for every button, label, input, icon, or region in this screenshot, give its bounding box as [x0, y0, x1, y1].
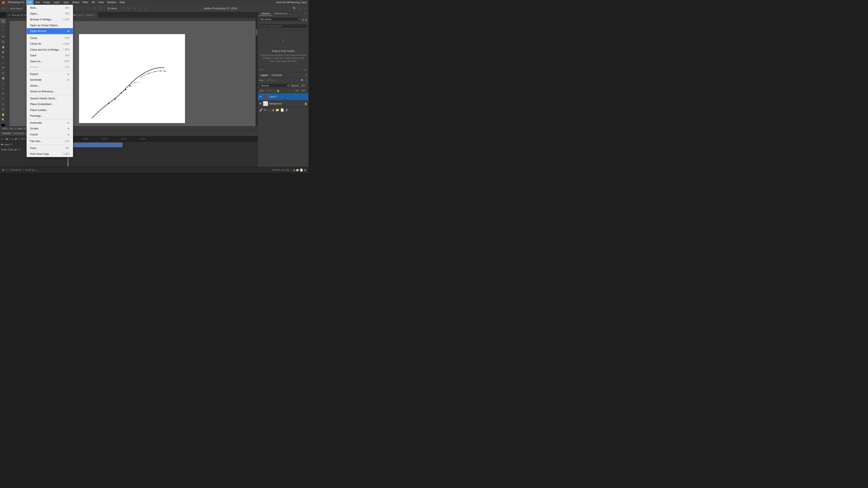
3d-btn-5[interactable]: ⬛ [143, 6, 149, 10]
tl-play-btn[interactable]: ▶ [6, 137, 8, 140]
tool-type[interactable]: T [1, 97, 6, 101]
menu-close-bridge[interactable]: Close and Go to Bridge... ⇧⌘W [27, 47, 73, 53]
3d-btn-3[interactable]: ⬛ [131, 6, 137, 10]
layer2-track-expand[interactable]: ▶ [1, 143, 3, 146]
layer-row-layer2[interactable]: 👁 Layer 2 [258, 93, 309, 100]
filter-type[interactable]: T [269, 79, 270, 82]
layer-delete-icon[interactable]: 🗑 [285, 108, 288, 111]
share-icon[interactable]: ↑ [304, 6, 308, 10]
taskbar-effects-btn[interactable]: fx [287, 169, 289, 171]
opacity-input[interactable] [300, 84, 307, 87]
lock-paint[interactable]: ✏ [268, 89, 270, 92]
menu-filter[interactable]: Filter [81, 0, 90, 5]
tool-crop[interactable]: ⊡ [1, 39, 6, 44]
filter-adjust[interactable]: ⊙ [267, 79, 269, 82]
scrollbar-v-thumb[interactable] [256, 29, 257, 35]
blend-mode-select[interactable]: Normal [259, 84, 290, 88]
layout-icon[interactable]: ⬚ [298, 6, 303, 10]
menu-search-stock[interactable]: Search Adobe Stock... [27, 96, 73, 101]
file-input-display[interactable]: laserfilm.zip ▾ [272, 169, 286, 171]
taskbar-adj-btn[interactable]: ◑ [293, 169, 295, 171]
tab-channels[interactable]: Channels [270, 73, 283, 77]
menu-print-one-copy[interactable]: Print One Copy ⌥⌘P [27, 151, 73, 157]
menu-close-all[interactable]: Close All ⌥⌘W [27, 41, 73, 47]
layers-search-icon[interactable]: 🔍 [301, 79, 304, 82]
menu-place-embedded[interactable]: Place Embedded... [27, 101, 73, 107]
menu-help[interactable]: Help [118, 0, 126, 5]
menu-edit[interactable]: Edit [33, 0, 41, 5]
taskbar-mask-btn[interactable]: ⬚ [290, 169, 292, 171]
arrange-btn-1[interactable]: ⬛ [74, 6, 79, 10]
filter-smart[interactable]: ✦ [274, 79, 275, 82]
toolbar-move-tool[interactable]: ↖ [1, 6, 6, 10]
tool-gradient[interactable]: ▦ [1, 76, 6, 81]
layer-link-icon[interactable]: 🔗 [259, 108, 263, 111]
filter-shape[interactable]: ▢ [271, 79, 273, 82]
3d-btn-4[interactable]: ⬛ [137, 6, 143, 10]
layer-row-background[interactable]: 👁 Background 🔒 [258, 100, 309, 107]
tool-move[interactable]: ↖ [1, 19, 6, 24]
search-icon[interactable]: 🔍 [292, 6, 297, 10]
tl-next-frame-btn[interactable]: ▷ [9, 138, 11, 140]
menu-place-linked[interactable]: Place Linked... [27, 107, 73, 113]
menu-select[interactable]: Select [70, 0, 81, 5]
lock-position[interactable]: + [271, 89, 272, 92]
menu-automate[interactable]: Automate ▶ [27, 120, 73, 126]
menu-type[interactable]: Type [61, 0, 70, 5]
menu-share-behance[interactable]: Share on Behance... [27, 89, 73, 94]
taskbar-icon-2[interactable]: ⬚ [6, 169, 8, 171]
tool-path[interactable]: ▷ [1, 102, 6, 106]
layer-adjustment-icon[interactable]: ◑ [272, 108, 274, 111]
lib-upload-icon[interactable]: ↑ [262, 68, 264, 71]
toolbar-3d-mode[interactable]: 3D Mode: [106, 7, 119, 10]
layers-panel-menu[interactable]: ☰ [305, 74, 307, 77]
lock-transparent[interactable]: ⬚ [265, 89, 267, 92]
taskbar-new-btn[interactable]: 📄 [300, 169, 303, 171]
canvas[interactable] [79, 34, 185, 123]
menu-generate[interactable]: Generate ▶ [27, 77, 73, 83]
lib-list-view[interactable]: ☰ [305, 19, 307, 22]
menu-save-as[interactable]: Save As... ⇧⌘S [27, 59, 73, 64]
menu-open-smart-object[interactable]: Open as Smart Object... [27, 23, 73, 28]
tl-render2-btn[interactable]: ⏺ [22, 138, 24, 140]
tl-minimize-btn[interactable]: ─ [254, 132, 256, 135]
menu-print[interactable]: Print... ⌘P [27, 145, 73, 151]
menu-open-recent[interactable]: Open Recent ▶ [27, 28, 73, 34]
tool-lasso[interactable]: ⌒ [1, 29, 6, 34]
menu-share[interactable]: Share... [27, 83, 73, 89]
layer-new-icon[interactable]: 📄 [280, 108, 284, 111]
tl-start-btn[interactable]: ⏮ [1, 138, 3, 140]
menu-open[interactable]: Open... ⌘O [27, 11, 73, 17]
tl-audio-btn[interactable]: 🔊 [14, 138, 17, 140]
lock-all[interactable]: 🔒 [277, 89, 280, 92]
library-dropdown[interactable]: My Library ▾ [259, 17, 301, 22]
audio-note-icon[interactable]: 🎵 [18, 149, 20, 151]
menu-layer[interactable]: Layer [52, 0, 61, 5]
arrange-btn-3[interactable]: ⬛ [86, 6, 91, 10]
tab-layers[interactable]: Layers [259, 73, 269, 77]
tool-blur[interactable]: ◌ [1, 81, 6, 86]
tool-history[interactable]: ⟲ [1, 65, 6, 70]
layer-group-icon[interactable]: 📁 [276, 108, 279, 111]
canvas-scrollbar-v[interactable] [255, 18, 258, 130]
tool-brush[interactable]: ✏ [1, 55, 6, 60]
layers-toggle-filter[interactable]: ◯ [305, 79, 307, 82]
tool-heal[interactable]: ✚ [1, 50, 6, 55]
tool-marquee[interactable]: ⬚ [1, 24, 6, 29]
tool-eraser[interactable]: ◻ [1, 70, 6, 75]
menu-new[interactable]: New... ⌘N [27, 5, 73, 11]
audio-volume-icon[interactable]: 🔊 [14, 149, 17, 151]
taskbar-delete-btn[interactable]: 🗑 [304, 169, 306, 171]
arrange-btn-5[interactable]: ⬛ [97, 6, 103, 10]
layer2-visibility-icon[interactable]: 👁 [259, 95, 262, 98]
menu-export[interactable]: Export ▶ [27, 71, 73, 77]
background-visibility-icon[interactable]: 👁 [259, 102, 262, 105]
menu-file[interactable]: File [26, 0, 33, 5]
apple-menu[interactable]: 🍎 [2, 1, 5, 4]
library-search-input[interactable] [259, 24, 307, 28]
menu-3d[interactable]: 3D [90, 0, 97, 5]
tool-clone[interactable]: ⌂ [1, 60, 6, 65]
menu-import[interactable]: Import ▶ [27, 132, 73, 137]
menu-photoshop[interactable]: Photoshop CC [6, 0, 26, 5]
tl-end-btn[interactable]: ⏭ [12, 138, 14, 140]
